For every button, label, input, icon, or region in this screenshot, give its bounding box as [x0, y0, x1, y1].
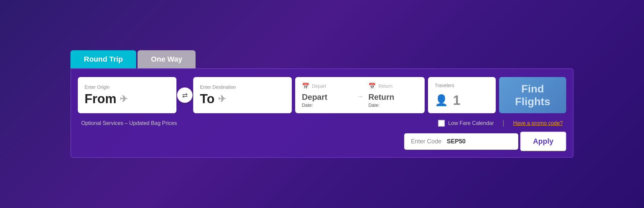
depart-label-row: 📅 Depart [302, 82, 352, 90]
return-label: Return [378, 83, 392, 89]
calendar-icon-return: 📅 [368, 82, 376, 90]
promo-code-label: Enter Code [411, 138, 441, 145]
divider: | [502, 119, 504, 127]
destination-value: To ✈ [200, 92, 285, 106]
depart-value-line1: Depart [302, 92, 352, 102]
search-inputs-row: Enter Origin From ✈ ⇄ Enter Destination … [78, 77, 566, 113]
return-section[interactable]: 📅 Return Return Date: [368, 82, 418, 108]
destination-label: Enter Destination [200, 84, 285, 90]
search-panel: Enter Origin From ✈ ⇄ Enter Destination … [70, 68, 574, 158]
trip-type-tabs: Round Trip One Way [70, 50, 196, 68]
return-label-row: 📅 Return [368, 82, 418, 90]
depart-value-line2: Date: [302, 102, 352, 108]
low-fare-label: Low Fare Calendar [448, 120, 494, 126]
flight-search-widget: Round Trip One Way Enter Origin From ✈ ⇄… [70, 50, 574, 158]
travelers-label: Travelers [435, 83, 489, 88]
person-icon: 👤 [435, 94, 448, 107]
optional-services-link[interactable]: Optional Services – Updated Bag Prices [81, 120, 177, 126]
plane-icon-destination: ✈ [218, 93, 226, 105]
calendar-icon-depart: 📅 [302, 82, 309, 90]
promo-code-box: Enter Code [404, 133, 518, 150]
plane-icon-origin: ✈ [120, 93, 127, 105]
date-arrow-icon: → [352, 92, 368, 101]
round-trip-tab[interactable]: Round Trip [70, 50, 136, 68]
origin-value: From ✈ [85, 92, 170, 106]
low-fare-group: Low Fare Calendar | Have a promo code? [438, 119, 563, 127]
date-field[interactable]: 📅 Depart Depart Date: → 📅 Return [295, 77, 425, 113]
find-flights-button[interactable]: FindFlights [499, 77, 566, 113]
promo-code-container: Enter Code Apply [78, 132, 566, 151]
depart-section[interactable]: 📅 Depart Depart Date: [302, 82, 352, 108]
destination-placeholder-text: To [200, 92, 215, 106]
origin-placeholder-text: From [85, 92, 116, 106]
origin-field[interactable]: Enter Origin From ✈ [78, 77, 176, 113]
date-inner: 📅 Depart Depart Date: → 📅 Return [302, 82, 418, 108]
promo-code-input[interactable] [447, 138, 487, 145]
swap-button[interactable]: ⇄ [177, 87, 193, 103]
depart-label: Depart [312, 83, 326, 89]
low-fare-checkbox[interactable] [438, 120, 445, 127]
bottom-row: Optional Services – Updated Bag Prices L… [78, 119, 566, 127]
destination-field[interactable]: Enter Destination To ✈ [193, 77, 292, 113]
find-flights-label: FindFlights [515, 82, 550, 108]
swap-icon: ⇄ [182, 91, 188, 99]
apply-button[interactable]: Apply [520, 132, 566, 151]
one-way-tab[interactable]: One Way [138, 50, 196, 68]
travelers-count: 1 [453, 93, 460, 108]
return-value-line1: Return [368, 92, 418, 102]
promo-code-link[interactable]: Have a promo code? [513, 120, 563, 126]
origin-label: Enter Origin [85, 84, 170, 90]
travelers-inner: 👤 1 [435, 93, 489, 108]
return-value-line2: Date: [368, 102, 418, 108]
travelers-field[interactable]: Travelers 👤 1 [428, 77, 496, 113]
